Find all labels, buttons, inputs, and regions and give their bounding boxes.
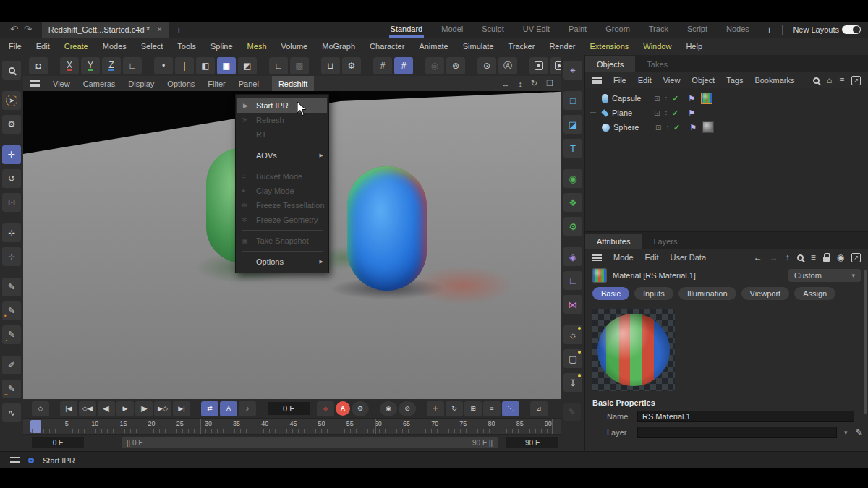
attr-menu-edit[interactable]: Edit (645, 253, 659, 262)
enable-check-icon[interactable]: ✓ (673, 123, 681, 132)
objects-menu-tags[interactable]: Tags (726, 76, 743, 85)
rotate-tool-icon[interactable]: ↺ (2, 169, 21, 188)
objects-menu-file[interactable]: File (613, 76, 626, 85)
layout-tab-sculpt[interactable]: Sculpt (480, 22, 506, 38)
cube-primitive-icon[interactable]: ◪ (563, 115, 582, 134)
objects-menu-bookmarks[interactable]: Bookmarks (754, 76, 794, 85)
material-tag-capsule[interactable] (701, 93, 712, 104)
menu-edit[interactable]: Edit (36, 42, 50, 51)
attr-tab-inputs[interactable]: Inputs (634, 287, 673, 300)
tab-layers[interactable]: Layers (642, 234, 689, 249)
render-view-icon[interactable]: ■ (529, 57, 548, 74)
stage-icon[interactable]: ↧ (563, 373, 582, 392)
texture-mode-icon[interactable]: ◩ (238, 57, 257, 74)
rs-clay-mode[interactable]: ●Clay Mode (236, 184, 328, 198)
symmetry-icon[interactable]: ⋈ (563, 295, 582, 314)
document-tab[interactable]: Redshift_Gett...Started.c4d * ✕ (42, 22, 169, 38)
layer-input[interactable] (637, 427, 837, 438)
menu-spline[interactable]: Spline (210, 42, 233, 51)
workplane-lock-icon[interactable]: ▩ (290, 57, 309, 74)
orbit-view-icon[interactable]: ↻ (531, 79, 537, 88)
volume-builder-icon[interactable]: ❖ (563, 193, 582, 212)
range-slider-start[interactable]: || 0 F (127, 439, 142, 447)
go-to-start-button[interactable]: |◀ (60, 401, 77, 416)
attr-tab-assign[interactable]: Assign (794, 287, 835, 300)
rs-rt[interactable]: RT (236, 127, 328, 142)
attr-tab-illumination[interactable]: Illumination (678, 287, 736, 300)
go-to-end-button[interactable]: ▶| (173, 401, 190, 416)
key-scale-button[interactable]: ⊞ (464, 401, 482, 416)
rs-bucket-mode[interactable]: ⠿Bucket Mode (236, 169, 328, 184)
material-name-input[interactable] (637, 411, 854, 422)
attr-menu-mode[interactable]: Mode (613, 253, 634, 262)
spline-shape-icon[interactable]: ✎▪ (2, 301, 21, 320)
close-icon[interactable]: ✕ (157, 26, 163, 33)
preset-dropdown[interactable]: Custom ▾ (788, 269, 861, 282)
objects-menu-view[interactable]: View (663, 76, 681, 85)
layout-tab-uv-edit[interactable]: UV Edit (522, 22, 551, 38)
rs-take-snapshot[interactable]: ▣Take Snapshot (236, 234, 328, 248)
visibility-icon[interactable]: ⊙ (477, 57, 496, 74)
multi-tweak-icon[interactable]: ⊹ (2, 247, 21, 266)
subdivision-surface-icon[interactable]: ◈ (563, 247, 582, 266)
menu-mograph[interactable]: MoGraph (322, 42, 355, 51)
hamburger-icon[interactable] (10, 457, 20, 463)
viewport-solo-settings-icon[interactable]: ⊚ (446, 57, 465, 74)
range-start-field[interactable]: 0 F (32, 437, 84, 448)
key-parameters-button[interactable]: ≡ (483, 401, 501, 416)
phong-tag-icon[interactable]: ⚑ (687, 108, 696, 118)
live-selection-icon[interactable]: ➤ (2, 91, 21, 110)
menu-window[interactable]: Window (643, 42, 671, 51)
menu-create[interactable]: Create (64, 42, 88, 51)
toggle-view-icon[interactable]: ❒ (546, 79, 553, 88)
menu-file[interactable]: File (9, 42, 22, 51)
auto-visibility-icon[interactable]: Ⓐ (498, 57, 517, 74)
move-tool-icon[interactable]: ✛ (2, 145, 21, 164)
phong-tag-icon[interactable]: ⚑ (687, 94, 696, 103)
pan-view-icon[interactable]: ↔ (501, 79, 509, 88)
spline-scatter-icon[interactable]: ✎∵ (2, 325, 21, 344)
layout-tab-nodes[interactable]: Nodes (725, 22, 751, 38)
spline-primitive-icon[interactable]: □ (563, 91, 582, 110)
vp-menu-panel[interactable]: Panel (239, 76, 259, 91)
rs-freeze-geometry[interactable]: ✼Freeze Geometry (236, 213, 328, 227)
next-key-button[interactable]: ▶◇ (154, 401, 171, 416)
fcurve-button[interactable]: ⊿ (530, 401, 548, 416)
axis-center-icon[interactable]: ⌖ (563, 61, 582, 80)
objects-menu-edit[interactable]: Edit (638, 76, 652, 85)
vp-menu-cameras[interactable]: Cameras (83, 76, 116, 91)
enable-check-icon[interactable]: ✓ (671, 94, 679, 103)
lock-x-axis-icon[interactable]: X (60, 57, 79, 74)
grid-snap-icon[interactable]: # (373, 57, 392, 74)
objects-menu-object[interactable]: Object (692, 76, 715, 85)
menu-extensions[interactable]: Extensions (590, 42, 629, 51)
light-icon[interactable]: ☼ (563, 325, 582, 344)
annotate-pen-icon[interactable]: ✎ (563, 403, 581, 421)
camera-icon[interactable]: ▢ (563, 349, 582, 368)
brush-icon[interactable]: ✐ (2, 356, 21, 374)
enable-snap-icon[interactable]: ⊔ (321, 57, 340, 74)
polygons-mode-icon[interactable]: ◧ (196, 57, 215, 74)
visibility-dots-icon[interactable]: ∶ (665, 124, 669, 132)
dolly-view-icon[interactable]: ↕ (518, 79, 522, 88)
key-rotation-button[interactable]: ↻ (446, 401, 463, 416)
rs-options[interactable]: Options▶ (236, 254, 328, 269)
layout-tab-script[interactable]: Script (686, 22, 709, 38)
loop-playback-button[interactable]: ⇄ (201, 401, 218, 416)
menu-modes[interactable]: Modes (103, 42, 127, 51)
autokey-button[interactable]: A (336, 401, 350, 416)
commander-search-icon[interactable] (2, 61, 21, 80)
menu-animate[interactable]: Animate (419, 42, 448, 51)
current-frame-field[interactable]: 0 F (268, 402, 310, 415)
popout-icon[interactable]: ↗ (851, 76, 861, 85)
scale-tool-icon[interactable]: ⊡ (2, 193, 21, 212)
forward-icon[interactable]: → (770, 252, 778, 262)
tab-attributes[interactable]: Attributes (585, 234, 642, 249)
eyedropper-icon[interactable]: ✐ (854, 429, 864, 436)
attr-tab-viewport[interactable]: Viewport (741, 287, 790, 300)
attr-tab-basic[interactable]: Basic (592, 287, 629, 300)
deformer-icon[interactable]: ◉ (563, 169, 582, 188)
menu-render[interactable]: Render (549, 42, 575, 51)
previous-key-button[interactable]: ◇◀ (79, 401, 96, 416)
lock-z-axis-icon[interactable]: Z (102, 57, 121, 74)
